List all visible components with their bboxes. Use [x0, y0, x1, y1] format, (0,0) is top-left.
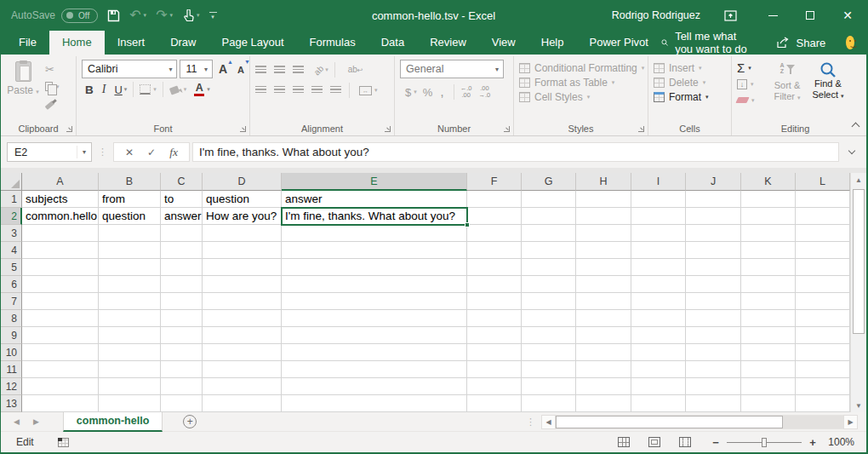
row-header-12[interactable]: 12 [1, 378, 22, 395]
cell-K3[interactable] [741, 225, 796, 242]
cut-button[interactable]: ✂ [45, 63, 60, 76]
zoom-out-button[interactable]: − [710, 436, 722, 449]
find-select-button[interactable]: Find & Select ▾ [810, 60, 846, 121]
cell-F6[interactable] [467, 276, 522, 293]
cell-G12[interactable] [522, 378, 576, 395]
cell-H13[interactable] [576, 395, 631, 412]
cell-J13[interactable] [686, 395, 741, 412]
cell-B11[interactable] [99, 361, 161, 378]
alignment-dialog-launcher[interactable] [385, 126, 391, 132]
cell-D7[interactable] [203, 293, 282, 310]
row-header-7[interactable]: 7 [1, 293, 22, 310]
cell-L12[interactable] [796, 378, 850, 395]
cell-I2[interactable] [631, 208, 686, 225]
row-header-8[interactable]: 8 [1, 310, 22, 327]
redo-caret-icon[interactable]: ▾ [170, 12, 174, 19]
shrink-font-button[interactable]: A▼ [237, 61, 244, 77]
cell-D8[interactable] [203, 310, 282, 327]
bold-button[interactable]: B [85, 83, 94, 96]
column-header-C[interactable]: C [161, 173, 203, 191]
cell-H8[interactable] [576, 310, 631, 327]
cell-E1[interactable]: answer [282, 191, 467, 208]
cell-L1[interactable] [796, 191, 850, 208]
tab-bar-resize-handle[interactable]: ⋮ [526, 417, 535, 428]
cell-styles-button[interactable]: Cell Styles▾ [519, 89, 642, 104]
format-button[interactable]: Format▾ [654, 89, 726, 104]
cell-I3[interactable] [631, 225, 686, 242]
cell-J9[interactable] [686, 327, 741, 344]
touch-mode-caret-icon[interactable]: ▾ [197, 12, 200, 19]
cell-J7[interactable] [686, 293, 741, 310]
expand-formula-bar-button[interactable] [846, 147, 858, 158]
align-bottom-button[interactable] [293, 66, 304, 74]
cell-L10[interactable] [796, 344, 850, 361]
cell-I7[interactable] [631, 293, 686, 310]
normal-view-button[interactable] [618, 437, 630, 447]
align-center-button[interactable] [274, 86, 285, 95]
cell-D10[interactable] [203, 344, 282, 361]
cell-L5[interactable] [796, 259, 850, 276]
cell-I11[interactable] [631, 361, 686, 378]
cell-L3[interactable] [796, 225, 850, 242]
cell-G6[interactable] [522, 276, 576, 293]
scroll-down-icon[interactable]: ▼ [851, 399, 866, 412]
cell-A11[interactable] [22, 361, 99, 378]
cell-G5[interactable] [522, 259, 576, 276]
cell-F1[interactable] [467, 191, 522, 208]
cell-G4[interactable] [522, 242, 576, 259]
cell-A5[interactable] [22, 259, 99, 276]
cell-L2[interactable] [796, 208, 850, 225]
wrap-text-button[interactable]: ab↩ [348, 66, 363, 74]
formula-bar-resize-handle[interactable]: ⋮ [98, 147, 107, 158]
cell-G9[interactable] [522, 327, 576, 344]
next-sheet-icon[interactable]: ▶ [33, 417, 39, 426]
cell-B13[interactable] [99, 395, 161, 412]
enter-button[interactable]: ✓ [147, 147, 156, 158]
share-button[interactable]: Share [776, 37, 826, 49]
cell-C13[interactable] [161, 395, 203, 412]
cell-K8[interactable] [741, 310, 796, 327]
row-header-9[interactable]: 9 [1, 327, 22, 344]
cell-G2[interactable] [522, 208, 576, 225]
feedback-smiley-icon[interactable] [846, 36, 854, 49]
insert-function-button[interactable]: fx [169, 146, 178, 159]
cell-J10[interactable] [686, 344, 741, 361]
cell-J11[interactable] [686, 361, 741, 378]
cell-B7[interactable] [99, 293, 161, 310]
cell-G13[interactable] [522, 395, 576, 412]
cell-C10[interactable] [161, 344, 203, 361]
cell-D13[interactable] [203, 395, 282, 412]
sheet-tab-active[interactable]: common-hello [63, 412, 163, 432]
cell-F2[interactable] [467, 208, 522, 225]
cell-J5[interactable] [686, 259, 741, 276]
cell-H9[interactable] [576, 327, 631, 344]
cell-C12[interactable] [161, 378, 203, 395]
cell-B6[interactable] [99, 276, 161, 293]
cell-K5[interactable] [741, 259, 796, 276]
align-right-button[interactable] [293, 86, 304, 95]
scroll-right-icon[interactable]: ▶ [843, 415, 858, 429]
tab-page-layout[interactable]: Page Layout [209, 31, 297, 55]
cell-C8[interactable] [161, 310, 203, 327]
cell-A7[interactable] [22, 293, 99, 310]
cell-H11[interactable] [576, 361, 631, 378]
cell-K9[interactable] [741, 327, 796, 344]
cell-B1[interactable]: from [99, 191, 161, 208]
cell-F11[interactable] [467, 361, 522, 378]
grow-font-button[interactable]: A▲ [219, 61, 227, 77]
cell-I8[interactable] [631, 310, 686, 327]
user-name[interactable]: Rodrigo Rodriguez [612, 9, 700, 21]
page-break-view-button[interactable] [679, 437, 691, 447]
zoom-slider[interactable] [727, 438, 802, 447]
cell-I1[interactable] [631, 191, 686, 208]
cell-B9[interactable] [99, 327, 161, 344]
cell-D5[interactable] [203, 259, 282, 276]
cell-D6[interactable] [203, 276, 282, 293]
cell-G3[interactable] [522, 225, 576, 242]
cell-K2[interactable] [741, 208, 796, 225]
cell-G8[interactable] [522, 310, 576, 327]
align-middle-button[interactable] [274, 66, 285, 74]
cell-A1[interactable]: subjects [22, 191, 99, 208]
cell-K6[interactable] [741, 276, 796, 293]
cell-E12[interactable] [282, 378, 467, 395]
